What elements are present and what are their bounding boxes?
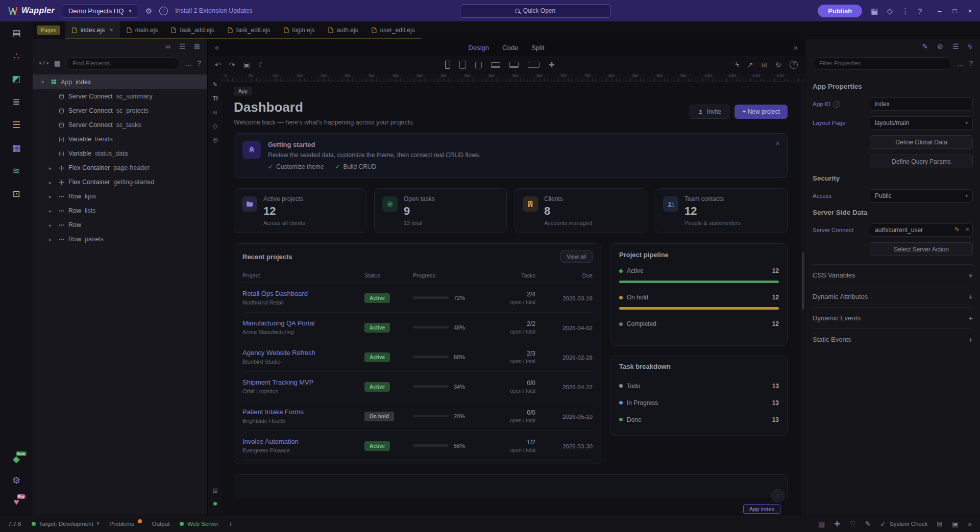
dynamic-data-icon[interactable]: ϟ xyxy=(735,61,739,68)
server-connect-icon[interactable]: ☰ xyxy=(12,120,20,130)
clear-action-icon[interactable]: × xyxy=(965,226,969,233)
info-icon[interactable]: i xyxy=(834,101,840,108)
table-view-icon[interactable]: ▦ xyxy=(54,60,61,67)
device-widescreen-icon[interactable] xyxy=(528,62,540,68)
publish-button[interactable]: Publish xyxy=(818,5,862,17)
project-selector[interactable]: Demo Projects HQ ▾ xyxy=(62,4,138,18)
edit-element-icon[interactable]: ✎ xyxy=(212,82,217,88)
git-icon[interactable]: ∴ xyxy=(13,52,19,61)
edit-properties-icon[interactable]: ✎ xyxy=(922,43,928,50)
grid-toggle-icon[interactable]: ⊞ xyxy=(212,488,217,494)
editor-tab[interactable]: task_add.ejs × xyxy=(164,21,220,38)
canvas-scrollbar[interactable] xyxy=(801,82,805,515)
link-elements-icon[interactable]: ∞ xyxy=(165,43,170,50)
project-row[interactable]: Invoice Automation Evergreen Finance Act… xyxy=(242,431,593,461)
quick-open-button[interactable]: Quick Open xyxy=(460,4,611,18)
preferences-icon[interactable]: ⚙ xyxy=(12,476,20,485)
layout-columns-icon[interactable]: ▦ xyxy=(871,7,878,15)
add-icon[interactable]: + xyxy=(968,335,973,344)
project-link[interactable]: Shipment Tracking MVP xyxy=(242,378,364,386)
screenshot-icon[interactable]: ▣ xyxy=(243,61,250,68)
property-section-row[interactable]: Dynamic Attributes + xyxy=(813,286,973,307)
project-row[interactable]: Patient Intake Forms Brightside Health O… xyxy=(242,401,593,431)
property-section-row[interactable]: Static Events + xyxy=(813,328,973,350)
device-tablet-icon[interactable] xyxy=(459,61,466,69)
close-button[interactable]: × xyxy=(968,8,972,14)
add-icon[interactable]: + xyxy=(968,271,973,280)
help-icon[interactable]: ? xyxy=(918,7,922,15)
install-updates-link[interactable]: Install 2 Extension Updates xyxy=(175,7,252,14)
undo-icon[interactable]: ↶ xyxy=(215,61,221,68)
property-section-row[interactable]: Dynamic Events + xyxy=(813,307,973,328)
define-query-params-button[interactable]: Define Query Params xyxy=(870,155,973,168)
editor-tab[interactable]: main.ejs × xyxy=(120,21,165,38)
tree-item-app-index[interactable]: ▾ App index xyxy=(33,74,207,89)
layers-icon[interactable]: ≋ xyxy=(12,166,20,175)
tab-close-icon[interactable]: × xyxy=(109,26,113,34)
ai-assistant-icon[interactable]: ⊡ xyxy=(12,189,20,198)
new-project-button[interactable]: + New project xyxy=(734,105,788,119)
chevron-down-icon[interactable]: ▾ xyxy=(39,79,46,85)
list-view-icon[interactable]: ☰ xyxy=(179,43,186,50)
tree-item[interactable]: Variable trends xyxy=(44,132,207,146)
edit-action-icon[interactable]: ✎ xyxy=(954,226,960,233)
tree-item[interactable]: ▸ Flex Container getting-started xyxy=(44,175,207,189)
add-panel-icon[interactable]: + xyxy=(229,520,233,527)
theme-droplet-icon[interactable]: ◇ xyxy=(887,7,893,15)
filter-properties-input[interactable] xyxy=(813,57,951,70)
select-server-action-button[interactable]: Select Server Action xyxy=(870,242,973,256)
settings-gear-icon[interactable]: ⚙ xyxy=(145,7,152,15)
tree-item[interactable]: ▸ Row lists xyxy=(44,204,207,218)
project-link[interactable]: Invoice Automation xyxy=(242,438,364,445)
view-all-button[interactable]: View all xyxy=(560,250,593,263)
fit-view-icon[interactable]: ✚ xyxy=(549,61,555,68)
collapse-left-icon[interactable]: « xyxy=(215,44,219,51)
security-shield-icon[interactable]: ▣ xyxy=(952,520,959,527)
editor-tab[interactable]: task_edit.ejs × xyxy=(221,21,277,38)
dynamic-binding-icon[interactable]: ϟ xyxy=(968,43,972,50)
components-icon[interactable]: ◩ xyxy=(12,74,20,84)
app-id-input[interactable] xyxy=(870,97,973,111)
move-tool-icon[interactable]: ✚ xyxy=(834,520,840,527)
props-help-icon[interactable]: ? xyxy=(969,60,973,67)
props-more-icon[interactable]: … xyxy=(957,60,964,67)
project-link[interactable]: Patient Intake Forms xyxy=(242,408,364,416)
find-elements-input[interactable] xyxy=(66,57,180,70)
invite-button[interactable]: Invite xyxy=(690,105,730,119)
add-icon[interactable]: + xyxy=(968,314,973,322)
device-monitor-icon[interactable] xyxy=(509,62,519,68)
style-tool-icon[interactable]: ◇ xyxy=(213,123,217,129)
project-link[interactable]: Retail Ops Dashboard xyxy=(242,290,364,297)
project-link[interactable]: Agency Website Refresh xyxy=(242,349,364,357)
open-browser-icon[interactable]: ↗ xyxy=(747,61,753,68)
thumbs-up-icon[interactable]: ♡ xyxy=(849,520,856,527)
editor-tab[interactable]: login.ejs × xyxy=(277,21,322,38)
tree-help-icon[interactable]: ? xyxy=(197,60,201,67)
collapse-right-icon[interactable]: » xyxy=(794,44,798,51)
tree-item[interactable]: Server Connect sc_summary xyxy=(44,89,207,104)
text-tool-icon[interactable]: TI xyxy=(212,95,218,102)
maximize-button[interactable]: □ xyxy=(953,8,957,14)
device-square-icon[interactable] xyxy=(475,62,482,68)
pro-feature-icon[interactable]: ♥ Pro xyxy=(14,497,19,506)
project-row[interactable]: Shipment Tracking MVP Orbit Logistics Ac… xyxy=(242,372,593,401)
project-row[interactable]: Manufacturing QA Portal Acme Manufacturi… xyxy=(242,313,593,342)
refresh-icon[interactable]: ↻ xyxy=(775,61,781,68)
scroll-top-button[interactable]: ↑ xyxy=(771,489,785,502)
grid-view-icon[interactable]: ⊞ xyxy=(194,43,200,50)
dither-grid-icon[interactable]: ▦ xyxy=(818,520,825,527)
pages-panel-icon[interactable]: ▤ xyxy=(12,29,20,38)
tree-item[interactable]: ▸ Row kpis xyxy=(44,189,207,204)
problems-tab[interactable]: Problems xyxy=(109,521,142,527)
more-menu-icon[interactable]: ⋮ xyxy=(901,7,909,15)
web-server-tab[interactable]: Web Server xyxy=(180,521,218,527)
editor-tab[interactable]: user_edit.ejs × xyxy=(365,21,422,38)
layout-page-select[interactable]: layouts/main ▾ xyxy=(870,116,973,130)
minimize-button[interactable]: – xyxy=(938,8,941,14)
unlink-icon[interactable]: ⊘ xyxy=(937,43,943,50)
property-section-row[interactable]: CSS Variables + xyxy=(813,264,973,286)
system-check[interactable]: ✓ System Check xyxy=(880,520,927,527)
device-phone-icon[interactable] xyxy=(445,61,450,69)
dark-mode-icon[interactable]: ☾ xyxy=(258,61,265,68)
editor-tab[interactable]: index.ejs × xyxy=(65,21,120,38)
